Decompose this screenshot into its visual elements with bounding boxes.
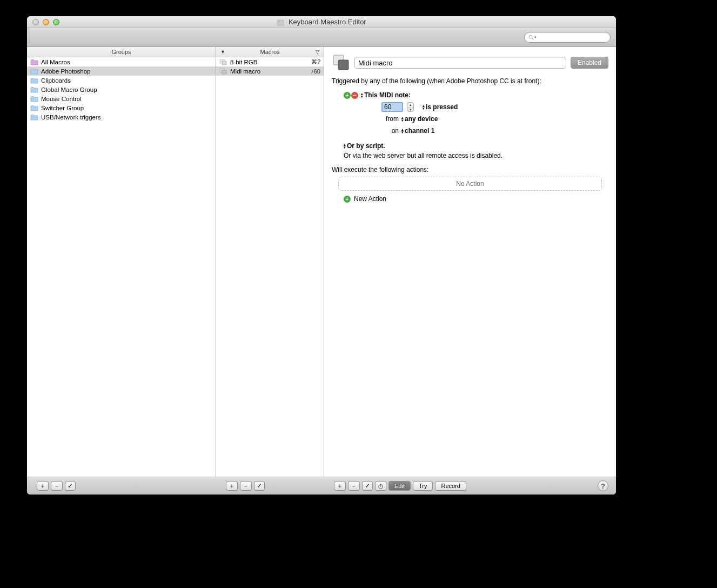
sort-desc-icon[interactable]: ▽ (316, 49, 319, 55)
sort-asc-icon[interactable]: ▼ (220, 49, 225, 55)
chevron-updown-icon: ▴▾ (344, 143, 346, 149)
add-action-footer-button[interactable]: ＋ (334, 481, 346, 491)
script-trigger-popup[interactable]: ▴▾ Or by script. (344, 142, 385, 150)
group-item-clipboards[interactable]: Clipboards (27, 76, 216, 85)
detail-body: Enabled Triggered by any of the followin… (324, 47, 616, 209)
edit-button[interactable]: Edit (388, 481, 411, 491)
trigger-line-from: from ▴▾ any device (344, 113, 608, 125)
footer-groups-controls: ＋ － ✓ (27, 481, 216, 491)
macro-name-input[interactable] (354, 57, 566, 69)
add-action-button[interactable]: + (344, 196, 351, 203)
midi-note-stepper[interactable]: ▴ ▾ (407, 102, 414, 112)
help-button[interactable]: ? (598, 480, 608, 491)
or-by-script-line: ▴▾ Or by script. (332, 140, 608, 150)
folder-icon (30, 96, 38, 102)
search-icon (528, 35, 534, 40)
macro-shortcut: ♪60 (311, 68, 320, 75)
group-label: Clipboards (41, 77, 71, 84)
toolbar: ▾ (27, 28, 616, 47)
stepper-up-icon[interactable]: ▴ (407, 103, 413, 108)
group-label: Switcher Group (41, 105, 84, 111)
group-label: Global Macro Group (41, 86, 97, 93)
on-label: on (381, 127, 399, 135)
enable-macro-button[interactable]: ✓ (254, 481, 265, 491)
group-item-all-macros[interactable]: All Macros (27, 57, 216, 66)
svg-point-2 (529, 35, 532, 38)
macro-shortcut: ⌘? (311, 58, 320, 65)
no-action-label: No Action (456, 180, 484, 188)
macro-icon (219, 58, 227, 65)
svg-rect-1 (278, 21, 280, 22)
search-field[interactable]: ▾ (524, 32, 611, 43)
macro-label: 8-bit RGB (230, 59, 258, 65)
webserver-line: Or via the web server but all remote acc… (332, 152, 608, 159)
trigger-line-note: ▴ ▾ ▴▾ is pressed (344, 101, 608, 113)
macro-icon (219, 68, 227, 75)
svg-rect-7 (222, 70, 226, 74)
macro-item-midi-macro[interactable]: Midi macro ♪60 (216, 66, 324, 76)
will-execute-label: Will execute the following actions: (332, 166, 608, 173)
groups-column: Groups All Macros Adobe Photoshop (27, 47, 216, 477)
group-label: Mouse Control (41, 96, 82, 102)
trigger-type-popup[interactable]: ▴▾ This MIDI note: (361, 91, 411, 99)
timer-button[interactable] (375, 481, 386, 491)
macros-list[interactable]: 8-bit RGB ⌘? Midi macro ♪60 (216, 57, 324, 477)
midi-device-popup[interactable]: ▴▾ any device (401, 115, 438, 123)
groups-header-label: Groups (111, 49, 131, 55)
svg-rect-5 (222, 61, 226, 65)
macro-large-icon (332, 54, 350, 72)
group-item-mouse-control[interactable]: Mouse Control (27, 94, 216, 103)
group-label: All Macros (41, 59, 70, 65)
chevron-updown-icon: ▴▾ (401, 128, 404, 133)
app-window: Keyboard Maestro Editor ▾ Groups All Mac… (27, 16, 616, 495)
add-macro-button[interactable]: ＋ (226, 481, 238, 491)
stepper-down-icon[interactable]: ▾ (407, 108, 413, 112)
macros-header-label: Macros (260, 49, 279, 55)
add-trigger-button[interactable]: + (344, 92, 351, 99)
detail-header-row: Enabled (332, 54, 608, 72)
window-title: Keyboard Maestro Editor (27, 18, 616, 26)
svg-rect-0 (277, 20, 284, 25)
chevron-updown-icon: ▴▾ (401, 116, 404, 122)
group-item-adobe-photoshop[interactable]: Adobe Photoshop (27, 66, 216, 76)
enable-group-button[interactable]: ✓ (65, 481, 76, 491)
remove-action-footer-button[interactable]: － (348, 481, 360, 491)
window-title-text: Keyboard Maestro Editor (289, 18, 366, 26)
folder-icon (30, 105, 38, 111)
try-button[interactable]: Try (413, 481, 433, 491)
trigger-block: + − ▴▾ This MIDI note: ▴ ▾ (332, 89, 608, 137)
midi-device-label: any device (405, 115, 438, 123)
midi-note-input[interactable] (381, 102, 403, 112)
no-action-placeholder[interactable]: No Action (338, 177, 602, 191)
group-item-switcher-group[interactable]: Switcher Group (27, 103, 216, 112)
enabled-button[interactable]: Enabled (571, 57, 608, 69)
remove-trigger-button[interactable]: − (351, 92, 358, 99)
footer-bar: ＋ － ✓ ＋ － ✓ ＋ － ✓ Edit Try Record ? (27, 477, 616, 495)
search-dropdown-icon[interactable]: ▾ (534, 35, 537, 39)
main-columns: Groups All Macros Adobe Photoshop (27, 47, 616, 477)
midi-channel-label: channel 1 (405, 127, 434, 135)
macro-item-8bit-rgb[interactable]: 8-bit RGB ⌘? (216, 57, 324, 66)
add-group-button[interactable]: ＋ (37, 481, 49, 491)
groups-list[interactable]: All Macros Adobe Photoshop Clipboards Gl… (27, 57, 216, 477)
group-item-usb-network-triggers[interactable]: USB/Network triggers (27, 112, 216, 122)
midi-channel-popup[interactable]: ▴▾ channel 1 (401, 127, 434, 135)
groups-header: Groups (27, 47, 216, 57)
remove-group-button[interactable]: － (51, 481, 63, 491)
new-action-row[interactable]: + New Action (332, 195, 608, 203)
remove-macro-button[interactable]: － (240, 481, 252, 491)
add-remove-trigger: + − (344, 92, 358, 99)
footer-detail-controls: ＋ － ✓ Edit Try Record ? (324, 480, 616, 491)
triggered-by-label: Triggered by any of the following (when … (332, 77, 608, 85)
trigger-line-type: + − ▴▾ This MIDI note: (344, 89, 608, 101)
group-item-global-macro-group[interactable]: Global Macro Group (27, 85, 216, 94)
chevron-updown-icon: ▴▾ (361, 92, 363, 98)
midi-action-label: is pressed (426, 103, 458, 111)
trigger-line-on: on ▴▾ channel 1 (344, 125, 608, 137)
app-icon (277, 19, 284, 26)
record-button[interactable]: Record (435, 481, 466, 491)
macro-label: Midi macro (230, 68, 260, 75)
enable-action-footer-button[interactable]: ✓ (362, 481, 373, 491)
midi-action-popup[interactable]: ▴▾ is pressed (423, 103, 458, 111)
from-label: from (381, 115, 399, 123)
